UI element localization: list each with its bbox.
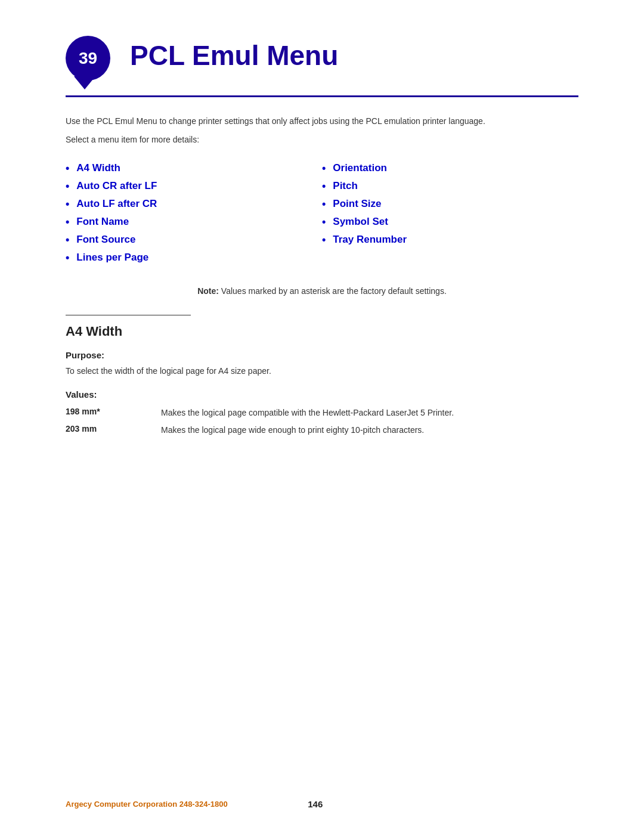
menu-item-symbolset[interactable]: • Symbol Set [322,216,578,228]
bullet-icon: • [66,216,69,227]
bullet-icon: • [322,234,326,245]
menu-link-orientation[interactable]: Orientation [333,162,387,174]
menu-item-autocrafterlf[interactable]: • Auto CR after LF [66,180,322,192]
value-desc: Makes the logical page wide enough to pr… [161,422,578,439]
menu-column-right: • Orientation • Pitch • Point Size • Sym… [322,162,578,270]
menu-link-pitch[interactable]: Pitch [333,180,358,192]
menu-column-left: • A4 Width • Auto CR after LF • Auto LF … [66,162,322,270]
bullet-icon: • [66,181,69,191]
menu-item-pitch[interactable]: • Pitch [322,180,578,192]
section-title: A4 Width [66,324,578,339]
chapter-number: 39 [79,49,97,68]
badge-circle: 39 [66,36,110,80]
purpose-text: To select the width of the logical page … [66,365,578,377]
menu-link-fontname[interactable]: Font Name [76,216,129,228]
page-header: 39 PCL Emul Menu [66,36,578,89]
menu-link-symbolset[interactable]: Symbol Set [333,216,388,228]
table-row: 198 mm* Makes the logical page compatibl… [66,404,578,422]
menu-item-a4width[interactable]: • A4 Width [66,162,322,174]
values-table: 198 mm* Makes the logical page compatibl… [66,404,578,439]
select-prompt: Select a menu item for more details: [66,135,578,144]
note-text: Values marked by an asterisk are the fac… [221,286,447,296]
menu-item-autolfaftercr[interactable]: • Auto LF after CR [66,198,322,210]
menu-link-a4width[interactable]: A4 Width [76,162,120,174]
bullet-icon: • [66,252,69,263]
menu-grid: • A4 Width • Auto CR after LF • Auto LF … [66,162,578,270]
purpose-label: Purpose: [66,350,578,360]
bullet-icon: • [322,163,326,174]
menu-item-linesperpage[interactable]: • Lines per Page [66,252,322,264]
value-desc: Makes the logical page compatible with t… [161,404,578,422]
menu-link-linesperpage[interactable]: Lines per Page [76,252,148,264]
page-title: PCL Emul Menu [130,36,338,71]
bullet-icon: • [322,199,326,209]
header-rule [66,95,578,97]
page-footer: Argecy Computer Corporation 248-324-1800… [0,799,644,809]
bullet-icon: • [322,216,326,227]
values-label: Values: [66,389,578,400]
section-divider [66,315,191,315]
bullet-icon: • [66,163,69,174]
footer-page-number: 146 [228,799,403,809]
menu-item-fontsource[interactable]: • Font Source [66,234,322,246]
menu-item-fontname[interactable]: • Font Name [66,216,322,228]
bullet-icon: • [66,234,69,245]
note-area: Note: Values marked by an asterisk are t… [66,286,578,296]
menu-link-trayrenumber[interactable]: Tray Renumber [333,234,407,246]
menu-link-autolfaftercr[interactable]: Auto LF after CR [76,198,157,210]
footer-company: Argecy Computer Corporation 248-324-1800 [66,800,228,809]
chapter-badge: 39 [66,36,119,89]
menu-link-pointsize[interactable]: Point Size [333,198,381,210]
value-label: 198 mm* [66,404,161,422]
menu-item-orientation[interactable]: • Orientation [322,162,578,174]
note-label: Note: [197,286,219,296]
intro-description: Use the PCL Emul Menu to change printer … [66,115,578,128]
menu-link-fontsource[interactable]: Font Source [76,234,135,246]
menu-item-trayrenumber[interactable]: • Tray Renumber [322,234,578,246]
table-row: 203 mm Makes the logical page wide enoug… [66,422,578,439]
bullet-icon: • [322,181,326,191]
menu-item-pointsize[interactable]: • Point Size [322,198,578,210]
bullet-icon: • [66,199,69,209]
menu-link-autocrafterlf[interactable]: Auto CR after LF [76,180,157,192]
value-label: 203 mm [66,422,161,439]
